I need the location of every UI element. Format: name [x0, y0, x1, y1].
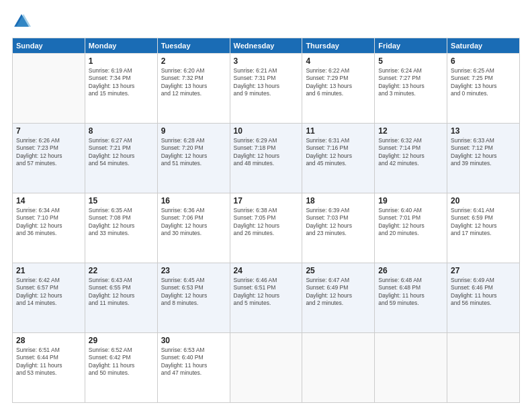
day-number: 18	[306, 196, 371, 205]
calendar-cell: 21Sunrise: 6:42 AMSunset: 6:57 PMDayligh…	[13, 263, 85, 333]
day-info: Sunrise: 6:53 AMSunset: 6:40 PMDaylight:…	[161, 347, 226, 377]
day-info: Sunrise: 6:49 AMSunset: 6:46 PMDaylight:…	[451, 277, 516, 308]
calendar-cell: 29Sunrise: 6:52 AMSunset: 6:42 PMDayligh…	[85, 333, 157, 403]
calendar-cell	[230, 333, 302, 403]
day-number: 9	[161, 126, 226, 136]
weekday-header: Thursday	[302, 38, 375, 54]
calendar-cell: 25Sunrise: 6:47 AMSunset: 6:49 PMDayligh…	[302, 263, 375, 333]
day-number: 28	[16, 336, 81, 345]
weekday-header: Sunday	[13, 38, 85, 54]
day-number: 8	[89, 126, 154, 136]
day-number: 6	[451, 56, 516, 66]
day-info: Sunrise: 6:48 AMSunset: 6:48 PMDaylight:…	[378, 277, 443, 308]
day-info: Sunrise: 6:45 AMSunset: 6:53 PMDaylight:…	[161, 277, 226, 308]
day-info: Sunrise: 6:19 AMSunset: 7:34 PMDaylight:…	[89, 67, 154, 98]
day-number: 19	[378, 196, 443, 205]
calendar-cell: 20Sunrise: 6:41 AMSunset: 6:59 PMDayligh…	[447, 193, 520, 263]
calendar-cell: 7Sunrise: 6:26 AMSunset: 7:23 PMDaylight…	[13, 124, 85, 193]
day-number: 3	[234, 56, 299, 66]
calendar-cell: 28Sunrise: 6:51 AMSunset: 6:44 PMDayligh…	[13, 333, 85, 403]
day-number: 20	[451, 196, 516, 205]
day-number: 2	[161, 56, 226, 66]
calendar-cell: 8Sunrise: 6:27 AMSunset: 7:21 PMDaylight…	[85, 124, 157, 193]
calendar-cell: 22Sunrise: 6:43 AMSunset: 6:55 PMDayligh…	[85, 263, 157, 333]
calendar-week-row: 7Sunrise: 6:26 AMSunset: 7:23 PMDaylight…	[13, 124, 520, 193]
day-info: Sunrise: 6:27 AMSunset: 7:21 PMDaylight:…	[89, 137, 154, 168]
day-number: 30	[161, 336, 226, 345]
calendar-cell	[447, 333, 520, 403]
day-info: Sunrise: 6:46 AMSunset: 6:51 PMDaylight:…	[234, 277, 299, 308]
day-number: 12	[378, 126, 443, 136]
day-info: Sunrise: 6:40 AMSunset: 7:01 PMDaylight:…	[378, 207, 443, 238]
calendar-cell: 26Sunrise: 6:48 AMSunset: 6:48 PMDayligh…	[375, 263, 447, 333]
calendar-cell: 11Sunrise: 6:31 AMSunset: 7:16 PMDayligh…	[302, 124, 375, 193]
day-info: Sunrise: 6:24 AMSunset: 7:27 PMDaylight:…	[378, 67, 443, 98]
day-info: Sunrise: 6:21 AMSunset: 7:31 PMDaylight:…	[234, 67, 299, 98]
day-number: 14	[16, 196, 81, 205]
calendar-cell: 2Sunrise: 6:20 AMSunset: 7:32 PMDaylight…	[157, 54, 230, 124]
calendar-cell	[13, 54, 85, 124]
calendar-cell: 9Sunrise: 6:28 AMSunset: 7:20 PMDaylight…	[157, 124, 230, 193]
day-info: Sunrise: 6:34 AMSunset: 7:10 PMDaylight:…	[16, 207, 81, 238]
calendar-cell: 17Sunrise: 6:38 AMSunset: 7:05 PMDayligh…	[230, 193, 302, 263]
calendar-week-row: 28Sunrise: 6:51 AMSunset: 6:44 PMDayligh…	[13, 333, 520, 403]
day-number: 23	[161, 266, 226, 275]
calendar-cell	[375, 333, 447, 403]
calendar-cell: 4Sunrise: 6:22 AMSunset: 7:29 PMDaylight…	[302, 54, 375, 124]
day-number: 1	[89, 56, 154, 66]
day-info: Sunrise: 6:43 AMSunset: 6:55 PMDaylight:…	[89, 277, 154, 308]
weekday-header: Wednesday	[230, 38, 302, 54]
weekday-header: Saturday	[447, 38, 520, 54]
calendar-cell: 12Sunrise: 6:32 AMSunset: 7:14 PMDayligh…	[375, 124, 447, 193]
calendar-cell: 30Sunrise: 6:53 AMSunset: 6:40 PMDayligh…	[157, 333, 230, 403]
day-info: Sunrise: 6:29 AMSunset: 7:18 PMDaylight:…	[234, 137, 299, 168]
calendar-cell: 14Sunrise: 6:34 AMSunset: 7:10 PMDayligh…	[13, 193, 85, 263]
day-number: 13	[451, 126, 516, 136]
calendar-cell: 5Sunrise: 6:24 AMSunset: 7:27 PMDaylight…	[375, 54, 447, 124]
day-info: Sunrise: 6:38 AMSunset: 7:05 PMDaylight:…	[234, 207, 299, 238]
weekday-header: Friday	[375, 38, 447, 54]
day-info: Sunrise: 6:47 AMSunset: 6:49 PMDaylight:…	[306, 277, 371, 308]
day-number: 22	[89, 266, 154, 275]
day-info: Sunrise: 6:26 AMSunset: 7:23 PMDaylight:…	[16, 137, 81, 168]
calendar-week-row: 14Sunrise: 6:34 AMSunset: 7:10 PMDayligh…	[13, 193, 520, 263]
day-info: Sunrise: 6:35 AMSunset: 7:08 PMDaylight:…	[89, 207, 154, 238]
day-number: 16	[161, 196, 226, 205]
header	[12, 12, 520, 31]
page: SundayMondayTuesdayWednesdayThursdayFrid…	[0, 0, 532, 411]
calendar-cell: 6Sunrise: 6:25 AMSunset: 7:25 PMDaylight…	[447, 54, 520, 124]
calendar-week-row: 21Sunrise: 6:42 AMSunset: 6:57 PMDayligh…	[13, 263, 520, 333]
day-info: Sunrise: 6:25 AMSunset: 7:25 PMDaylight:…	[451, 67, 516, 98]
calendar-table: SundayMondayTuesdayWednesdayThursdayFrid…	[12, 38, 520, 403]
day-number: 26	[378, 266, 443, 275]
calendar-cell	[302, 333, 375, 403]
day-info: Sunrise: 6:39 AMSunset: 7:03 PMDaylight:…	[306, 207, 371, 238]
day-number: 11	[306, 126, 371, 136]
day-info: Sunrise: 6:42 AMSunset: 6:57 PMDaylight:…	[16, 277, 81, 308]
day-number: 29	[89, 336, 154, 345]
weekday-header: Monday	[85, 38, 157, 54]
logo-icon	[12, 12, 31, 31]
day-info: Sunrise: 6:36 AMSunset: 7:06 PMDaylight:…	[161, 207, 226, 238]
day-info: Sunrise: 6:22 AMSunset: 7:29 PMDaylight:…	[306, 67, 371, 98]
day-info: Sunrise: 6:20 AMSunset: 7:32 PMDaylight:…	[161, 67, 226, 98]
calendar-cell: 3Sunrise: 6:21 AMSunset: 7:31 PMDaylight…	[230, 54, 302, 124]
calendar-cell: 1Sunrise: 6:19 AMSunset: 7:34 PMDaylight…	[85, 54, 157, 124]
day-number: 25	[306, 266, 371, 275]
day-number: 15	[89, 196, 154, 205]
calendar-cell: 16Sunrise: 6:36 AMSunset: 7:06 PMDayligh…	[157, 193, 230, 263]
day-info: Sunrise: 6:32 AMSunset: 7:14 PMDaylight:…	[378, 137, 443, 168]
day-info: Sunrise: 6:31 AMSunset: 7:16 PMDaylight:…	[306, 137, 371, 168]
day-number: 5	[378, 56, 443, 66]
day-info: Sunrise: 6:28 AMSunset: 7:20 PMDaylight:…	[161, 137, 226, 168]
calendar-cell: 10Sunrise: 6:29 AMSunset: 7:18 PMDayligh…	[230, 124, 302, 193]
day-number: 21	[16, 266, 81, 275]
calendar-cell: 19Sunrise: 6:40 AMSunset: 7:01 PMDayligh…	[375, 193, 447, 263]
calendar-week-row: 1Sunrise: 6:19 AMSunset: 7:34 PMDaylight…	[13, 54, 520, 124]
day-number: 17	[234, 196, 299, 205]
calendar-cell: 23Sunrise: 6:45 AMSunset: 6:53 PMDayligh…	[157, 263, 230, 333]
day-info: Sunrise: 6:52 AMSunset: 6:42 PMDaylight:…	[89, 347, 154, 377]
day-number: 7	[16, 126, 81, 136]
day-info: Sunrise: 6:51 AMSunset: 6:44 PMDaylight:…	[16, 347, 81, 377]
day-number: 24	[234, 266, 299, 275]
